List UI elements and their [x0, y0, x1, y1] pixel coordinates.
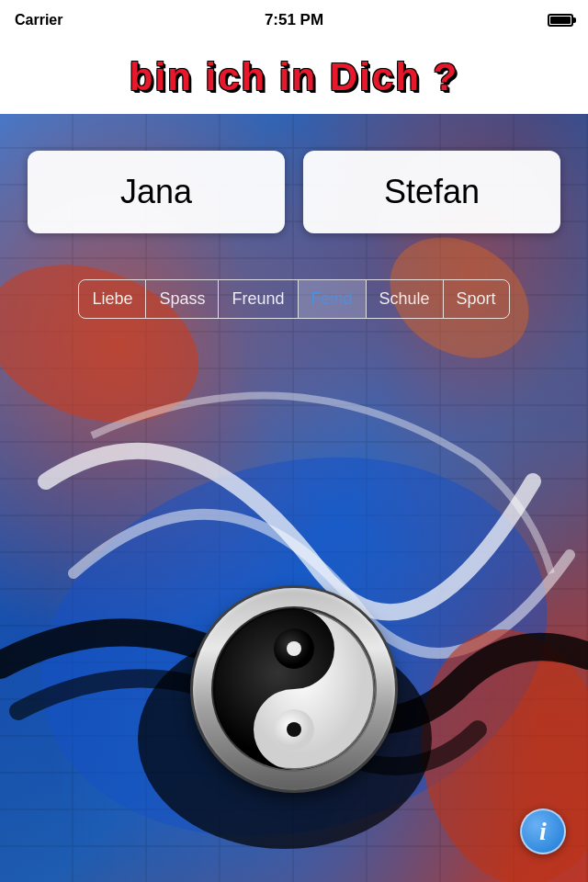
yinyang-svg [211, 606, 377, 772]
battery-indicator [548, 14, 573, 27]
categories-container: Liebe Spass Freund Feind Schule Sport [78, 279, 509, 319]
name-left-button[interactable]: Jana [28, 151, 285, 233]
main-content: Jana Stefan Liebe Spass Freund Feind Sch… [0, 114, 588, 882]
yinyang-area [193, 588, 395, 790]
category-feind[interactable]: Feind [299, 280, 367, 318]
app-title: bin ich in Dich ? [130, 55, 458, 99]
category-freund[interactable]: Freund [219, 280, 298, 318]
svg-point-10 [287, 722, 301, 737]
yinyang-button[interactable] [193, 588, 395, 790]
carrier-wifi: Carrier [15, 12, 68, 28]
title-area: bin ich in Dich ? [0, 40, 588, 114]
yinyang-inner [211, 606, 377, 772]
category-liebe[interactable]: Liebe [79, 280, 146, 318]
status-time: 7:51 PM [265, 11, 323, 29]
battery-fill [550, 17, 571, 24]
category-sport[interactable]: Sport [444, 280, 509, 318]
names-area: Jana Stefan [0, 151, 588, 233]
category-spass[interactable]: Spass [146, 280, 219, 318]
category-schule[interactable]: Schule [367, 280, 444, 318]
carrier-label: Carrier [15, 12, 62, 28]
info-label: i [539, 817, 547, 846]
yinyang-outer [193, 588, 395, 790]
categories-area: Liebe Spass Freund Feind Schule Sport [0, 279, 588, 319]
name-right-button[interactable]: Stefan [303, 151, 560, 233]
info-button[interactable]: i [520, 808, 566, 854]
svg-point-9 [287, 641, 301, 656]
battery-icon [548, 14, 573, 27]
svg-point-1 [0, 237, 220, 450]
status-bar: Carrier 7:51 PM [0, 0, 588, 40]
